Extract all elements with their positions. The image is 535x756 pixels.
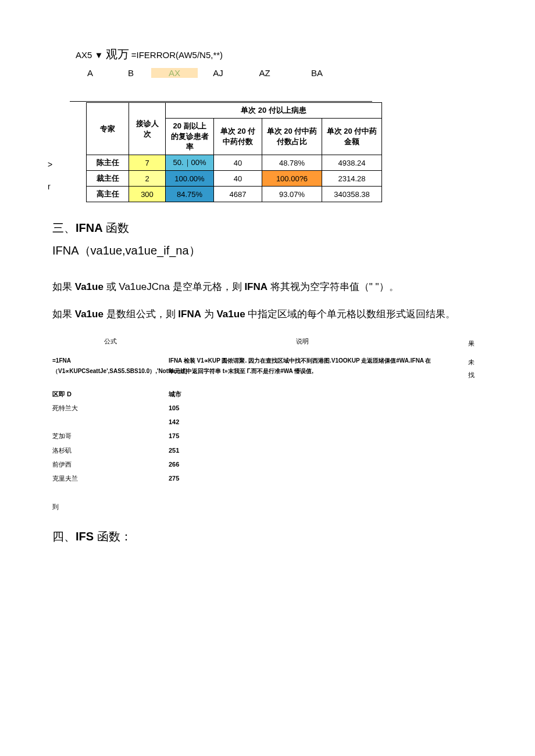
cell-amt: 4938.24 — [322, 155, 382, 171]
wan-text: 观万 — [106, 48, 129, 60]
list-item: 芝加哥 175 — [52, 429, 483, 443]
list-item: 克里夫兰 275 — [52, 471, 483, 485]
cell-ref: AX5 — [76, 50, 92, 60]
cell-times: 4687 — [214, 187, 262, 202]
ifna-desc-text: IFNA 检装 V1∝KUP 圆侬谓聚. 因力在查找区域中找不到西港图.V1OO… — [169, 356, 459, 381]
cell-visits: 300 — [129, 187, 166, 202]
col-ba: BA — [291, 68, 343, 78]
ifna-h-result-3: 找 — [459, 368, 483, 381]
th-group: 单次 20 付以上病患 — [166, 103, 382, 119]
cell-expert: 高主任 — [87, 187, 129, 202]
table-row: 裁主任 2 100.00% 40 100.00?6 2314.28 — [87, 171, 382, 187]
ifna-k-region: 区即 D — [52, 387, 169, 401]
cell-amt: 2314.28 — [322, 171, 382, 187]
th-rate: 20 副以上的复诊患者率 — [166, 119, 214, 155]
column-headers: A B AX AJ AZ BA — [70, 68, 483, 78]
ifna-example: 公式 说明 果 =1FNA（V1∝KUPCSeattJe',SAS5.SBS10… — [52, 337, 483, 485]
sec-suffix: 函数： — [94, 530, 132, 543]
col-b: B — [110, 68, 151, 78]
formula-bar: AX5 ▼ 观万 =IFERROR(AW5/N5,**) — [76, 46, 483, 62]
table-row: 高主任 300 84.75% 4687 93.07% 340358.38 — [87, 187, 382, 202]
list-item: 死特兰大 105 — [52, 401, 483, 415]
cell-expert: 裁主任 — [87, 171, 129, 187]
ifna-k-city: 城市 — [169, 387, 181, 401]
data-table: 专家 接诊人次 单次 20 付以上病患 20 副以上的复诊患者率 单次 20 付… — [86, 102, 382, 202]
row-marker: r — [48, 182, 51, 191]
cell-rate: 100.00% — [166, 171, 214, 187]
ifna-formula-text: =1FNA（V1∝KUPCSeattJe',SAS5.SBS10.0）,'Not… — [52, 356, 169, 381]
sec-bold: IFS — [76, 530, 94, 543]
list-item: 前伊西 266 — [52, 457, 483, 471]
ifna-h-desc: 说明 — [169, 337, 459, 350]
th-times: 单次 20 付中药付数 — [214, 119, 262, 155]
cell-pct: 93.07% — [262, 187, 322, 202]
heading-ifna: 三、IFNA 函数 — [52, 220, 483, 236]
table-row: 陈主任 7 50.｜00% 40 48.78% 4938.24 — [87, 155, 382, 171]
cell-pct: 48.78% — [262, 155, 322, 171]
cell-rate: 84.75% — [166, 187, 214, 202]
data-table-wrapper: 专家 接诊人次 单次 20 付以上病患 20 副以上的复诊患者率 单次 20 付… — [55, 102, 383, 203]
col-a: A — [70, 68, 110, 78]
dao-text: 到 — [52, 503, 483, 511]
cell-rate: 50.｜00% — [166, 155, 214, 171]
heading-ifs: 四、IFS 函数： — [52, 529, 483, 544]
dropdown-arrow: ▼ — [95, 50, 104, 60]
list-item: 142 — [52, 415, 483, 429]
cell-times: 40 — [214, 155, 262, 171]
sec-bold: IFNA — [76, 221, 103, 234]
col-aj: AJ — [198, 68, 238, 78]
list-item: 洛杉矶 251 — [52, 443, 483, 457]
cell-pct: 100.00?6 — [262, 171, 322, 187]
th-amt: 单次 20 付中药金额 — [322, 119, 382, 155]
formula-expr: =IFERROR(AW5/N5,**) — [131, 50, 223, 60]
sec-prefix: 三、 — [52, 221, 76, 234]
para-2: 如果 Va1ue 是数组公式，则 IFNA 为 Va1ue 中指定区域的每个单元… — [52, 303, 483, 325]
ifna-h-result-1: 果 — [459, 337, 483, 350]
row-marker: > — [48, 160, 52, 169]
cell-amt: 340358.38 — [322, 187, 382, 202]
cell-visits: 7 — [129, 155, 166, 171]
ifna-syntax: IFNA（va1ue,va1ue_if_na） — [52, 243, 483, 259]
cell-visits: 2 — [129, 171, 166, 187]
ifna-h-formula: 公式 — [52, 337, 169, 350]
col-az: AZ — [238, 68, 291, 78]
para-1: 如果 Va1ue 或 Va1ueJCna 是空单元格，则 IFNA 将其视为空字… — [52, 276, 483, 298]
ifna-h-result-2: 未 — [459, 356, 483, 368]
col-ax: AX — [151, 68, 198, 78]
th-visits: 接诊人次 — [129, 103, 166, 155]
sec-suffix: 函数 — [103, 221, 130, 234]
th-expert: 专家 — [87, 103, 129, 155]
cell-times: 40 — [214, 171, 262, 187]
sec-prefix: 四、 — [52, 530, 76, 543]
cell-expert: 陈主任 — [87, 155, 129, 171]
th-pct: 单次 20 付中药付数占比 — [262, 119, 322, 155]
